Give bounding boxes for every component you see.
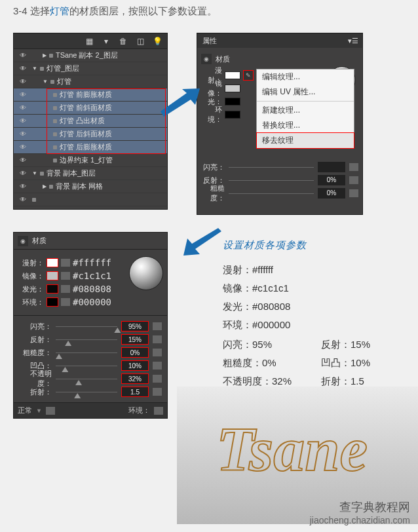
slider-value[interactable]: 0% xyxy=(318,188,345,199)
toggle-triangle-icon[interactable]: ▼ xyxy=(43,79,48,85)
ambient-swatch[interactable] xyxy=(225,111,240,119)
layer-row[interactable]: 👁灯管 后膨胀材质 xyxy=(14,141,167,154)
color-swatch[interactable] xyxy=(47,284,58,294)
slider-row: 粗糙度： 0% xyxy=(19,346,162,359)
folder-icon[interactable] xyxy=(153,349,162,356)
material-section-header: ◉ 材质 xyxy=(201,52,358,66)
layer-label: 灯管 前膨胀材质 xyxy=(60,90,112,100)
layer-type-icon xyxy=(53,106,57,110)
bulb-icon[interactable]: 💡 xyxy=(153,37,162,46)
panel-menu-icon[interactable]: ▾☰ xyxy=(348,37,358,45)
menu-item[interactable]: 新建纹理... xyxy=(257,103,354,118)
layer-type-icon xyxy=(53,145,57,149)
properties-tab[interactable]: 属性 ▾☰ xyxy=(197,33,362,48)
layer-row[interactable]: 👁灯管 前斜面材质 xyxy=(14,102,167,115)
layer-row[interactable]: 👁▼灯管_图层 xyxy=(14,62,167,75)
folder-icon[interactable] xyxy=(349,176,358,184)
layer-row[interactable]: 👁灯管 前膨胀材质 xyxy=(14,88,167,102)
layer-type-icon xyxy=(53,159,57,162)
layer-row[interactable]: 👁灯管 后斜面材质 xyxy=(14,128,167,141)
layer-row[interactable]: 👁▶背景 副本 网格 xyxy=(14,180,167,193)
visibility-eye-icon[interactable]: 👁 xyxy=(16,65,29,72)
visibility-eye-icon[interactable]: 👁 xyxy=(16,183,29,190)
folder-icon[interactable] xyxy=(61,272,70,280)
slider-value[interactable]: 0% xyxy=(121,347,149,358)
menu-item[interactable]: 编辑 UV 属性... xyxy=(257,85,354,100)
specular-swatch[interactable] xyxy=(225,85,240,92)
menu-item[interactable]: 替换纹理... xyxy=(257,118,354,133)
color-swatch[interactable] xyxy=(47,258,58,267)
layer-row[interactable]: 👁▼背景 副本_图层 xyxy=(14,167,167,180)
layer-label: 灯管 凸出材质 xyxy=(60,116,105,126)
toggle-triangle-icon[interactable]: ▶ xyxy=(43,183,47,189)
color-swatch[interactable] xyxy=(47,297,58,307)
layer-row[interactable]: 👁▼灯管 xyxy=(14,75,167,88)
folder-icon[interactable] xyxy=(349,189,358,197)
slider-value[interactable]: 32% xyxy=(121,373,149,384)
slider-track[interactable] xyxy=(229,189,314,198)
visibility-eye-icon[interactable]: 👁 xyxy=(16,104,29,111)
visibility-eye-icon[interactable]: 👁 xyxy=(16,117,29,124)
material-param-row: 发光： #080808 xyxy=(22,282,120,295)
menu-item[interactable]: 移去纹理 xyxy=(256,132,354,149)
slider-track[interactable] xyxy=(56,374,117,383)
slider-track[interactable] xyxy=(229,162,314,172)
visibility-eye-icon[interactable]: 👁 xyxy=(16,52,29,59)
folder-icon[interactable] xyxy=(61,285,70,293)
options-icon[interactable]: ▾ xyxy=(102,37,111,46)
slider-row: 闪亮： 95% xyxy=(19,320,162,333)
slider-track[interactable] xyxy=(56,387,117,396)
slider-value[interactable]: 1.5 xyxy=(121,387,149,397)
material-preview-sphere-2 xyxy=(129,256,163,290)
visibility-eye-icon[interactable]: 👁 xyxy=(16,78,29,85)
slider-value[interactable]: 0% xyxy=(318,175,345,185)
trash-icon[interactable]: 🗑 xyxy=(119,37,128,46)
glow-swatch[interactable] xyxy=(225,98,240,105)
slider-value[interactable] xyxy=(318,162,345,172)
slider-value[interactable]: 15% xyxy=(121,334,149,345)
cube-icon: ◉ xyxy=(201,54,212,64)
layer-row[interactable]: 👁边界约束 1_灯管 xyxy=(14,154,167,167)
folder-icon[interactable] xyxy=(61,259,70,267)
visibility-eye-icon[interactable]: 👁 xyxy=(16,157,29,164)
new-icon[interactable]: ◫ xyxy=(136,37,145,46)
material-panel: ◉ 材质 漫射： #ffffff镜像： #c1c1c1发光： #080808环境… xyxy=(13,232,168,419)
diffuse-texture-button[interactable]: ✎ xyxy=(243,70,254,81)
folder-icon[interactable] xyxy=(153,362,162,370)
toggle-triangle-icon[interactable]: ▶ xyxy=(43,52,47,58)
folder-icon[interactable] xyxy=(46,407,55,415)
blend-mode-select[interactable]: 正常 xyxy=(18,406,32,415)
diffuse-swatch[interactable] xyxy=(225,71,240,79)
slider-track[interactable] xyxy=(56,322,117,331)
toggle-triangle-icon[interactable]: ▼ xyxy=(32,66,37,71)
slider-track[interactable] xyxy=(56,335,117,344)
folder-icon[interactable] xyxy=(61,298,70,306)
filter-icon[interactable]: ▦ xyxy=(85,37,94,46)
layer-label: 灯管 后膨胀材质 xyxy=(60,142,112,152)
color-swatch[interactable] xyxy=(47,271,58,280)
slider-value[interactable]: 10% xyxy=(121,360,149,371)
layer-row[interactable]: 👁▶TSane 副本 2_图层 xyxy=(14,49,167,62)
slider-track[interactable] xyxy=(229,176,314,185)
visibility-eye-icon[interactable]: 👁 xyxy=(16,196,29,203)
visibility-eye-icon[interactable]: 👁 xyxy=(16,143,29,151)
folder-icon[interactable] xyxy=(349,163,358,171)
slider-value[interactable]: 95% xyxy=(121,321,149,332)
folder-icon-2[interactable] xyxy=(154,407,163,415)
tsane-3d-text: Tsane xyxy=(216,413,368,485)
layer-row[interactable]: 👁 xyxy=(14,193,167,206)
visibility-eye-icon[interactable]: 👁 xyxy=(16,91,29,98)
folder-icon[interactable] xyxy=(153,375,162,383)
folder-icon[interactable] xyxy=(153,388,162,396)
visibility-eye-icon[interactable]: 👁 xyxy=(16,130,29,138)
folder-icon[interactable] xyxy=(153,335,162,343)
toggle-triangle-icon[interactable]: ▼ xyxy=(32,170,37,176)
visibility-eye-icon[interactable]: 👁 xyxy=(16,170,29,177)
layer-row[interactable]: 👁灯管 凸出材质 xyxy=(14,115,167,128)
material-param-row: 漫射： #ffffff xyxy=(22,256,120,269)
layer-type-icon xyxy=(53,119,57,123)
menu-item[interactable]: 编辑纹理... xyxy=(257,69,354,85)
slider-track[interactable] xyxy=(56,361,117,370)
slider-track[interactable] xyxy=(56,348,117,357)
folder-icon[interactable] xyxy=(153,322,162,330)
